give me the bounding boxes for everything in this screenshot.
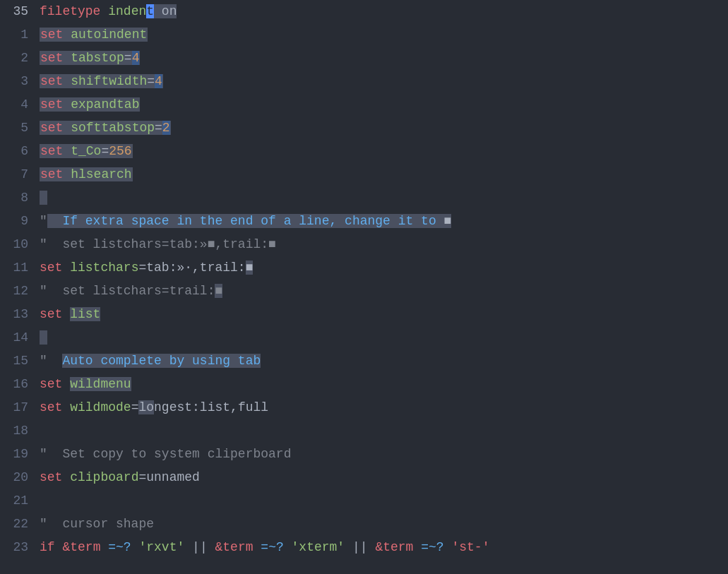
line-numbers: 35 1 2 3 4 5 6 7 8 9 10 11 12 13 14 15 1… — [0, 0, 37, 574]
code-line-13: set list — [40, 303, 728, 326]
code-line-16: set wildmenu — [40, 373, 728, 396]
line-num-1: 1 — [0, 23, 28, 47]
line-num-6: 6 — [0, 140, 28, 163]
code-line-9: " If extra space in the end of a line, c… — [40, 210, 728, 233]
line-num-16: 16 — [0, 373, 28, 396]
line-num-3: 3 — [0, 70, 28, 93]
code-line-14 — [40, 326, 728, 349]
code-line-6: set t_Co=256 — [40, 140, 728, 163]
line-num-12: 12 — [0, 280, 28, 303]
line-num-10: 10 — [0, 233, 28, 256]
code-line-4: set expandtab — [40, 93, 728, 116]
line-num-18: 18 — [0, 419, 28, 443]
line-num-23: 23 — [0, 536, 28, 559]
code-line-3: set shiftwidth=4 — [40, 70, 728, 93]
code-line-17: set wildmode=longest:list,full — [40, 396, 728, 419]
line-num-9: 9 — [0, 210, 28, 233]
code-line-23: if &term =~? 'rxvt' || &term =~? 'xterm'… — [40, 536, 728, 559]
line-num-4: 4 — [0, 93, 28, 116]
line-num-22: 22 — [0, 513, 28, 536]
code-line-5: set softtabstop=2 — [40, 116, 728, 140]
code-line-18 — [40, 419, 728, 443]
line-num-15: 15 — [0, 349, 28, 373]
code-line-8 — [40, 186, 728, 210]
code-line-11: set listchars=tab:»·,trail:■ — [40, 256, 728, 280]
line-num-20: 20 — [0, 466, 28, 489]
line-num-19: 19 — [0, 443, 28, 466]
line-num-8: 8 — [0, 186, 28, 210]
line-num-35: 35 — [0, 0, 28, 23]
line-num-7: 7 — [0, 163, 28, 186]
line-num-5: 5 — [0, 116, 28, 140]
editor: 35 1 2 3 4 5 6 7 8 9 10 11 12 13 14 15 1… — [0, 0, 728, 574]
line-num-13: 13 — [0, 303, 28, 326]
code-line-20: set clipboard=unnamed — [40, 466, 728, 489]
code-line-35: filetype indent on — [40, 0, 728, 23]
code-line-7: set hlsearch — [40, 163, 728, 186]
line-num-14: 14 — [0, 326, 28, 349]
code-line-1: set autoindent — [40, 23, 728, 47]
line-num-17: 17 — [0, 396, 28, 419]
code-line-22: " cursor shape — [40, 513, 728, 536]
code-line-10: " set listchars=tab:»■,trail:■ — [40, 233, 728, 256]
code-line-21 — [40, 489, 728, 513]
line-num-2: 2 — [0, 47, 28, 70]
code-line-19: " Set copy to system cliperboard — [40, 443, 728, 466]
code-line-12: " set listchars=trail:■ — [40, 280, 728, 303]
code-line-15: " Auto complete by using tab — [40, 349, 728, 373]
code-area[interactable]: filetype indent on set autoindent set ta… — [37, 0, 728, 574]
line-num-11: 11 — [0, 256, 28, 280]
code-line-2: set tabstop=4 — [40, 47, 728, 70]
line-num-21: 21 — [0, 489, 28, 513]
